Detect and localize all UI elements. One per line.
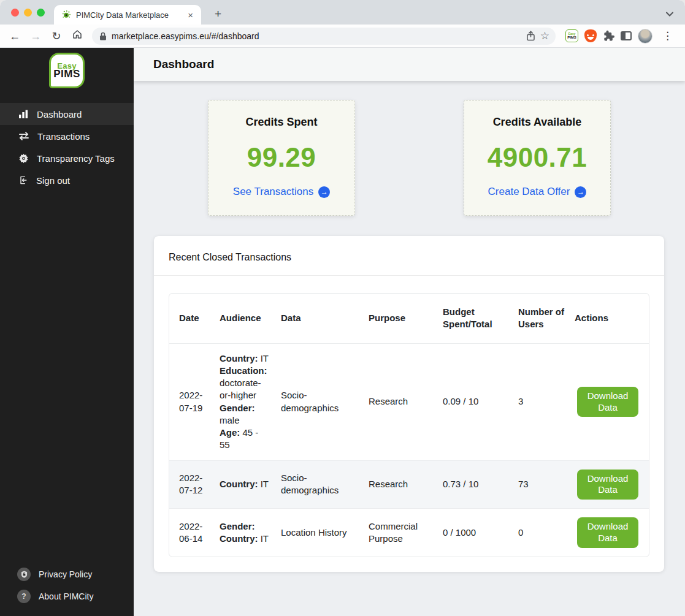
address-bar[interactable]: marketplace.easypims.eu/#/dashboard ☆ [92,28,556,45]
arrow-circle-icon: → [318,186,330,198]
cell-users: 3 [513,343,570,460]
stats-row: Credits Spent 99.29 See Transactions → C… [134,100,685,216]
gear-icon [18,153,29,164]
browser-menu-kebab-icon[interactable]: ⋮ [659,29,676,42]
side-panel-icon[interactable] [621,31,632,40]
extensions-puzzle-icon[interactable] [603,30,614,42]
cell-audience: Country: IT [215,460,276,509]
sidebar-item-privacy-policy[interactable]: Privacy Policy [0,563,134,585]
cell-date: 2022-07-19 [169,343,215,460]
sidebar-item-label: Dashboard [37,109,82,120]
sidebar-item-about-pimcity[interactable]: ? About PIMCity [0,585,134,607]
recent-transactions-panel: Recent Closed Transactions Date Audience… [154,236,664,572]
sidebar-item-label: Transparency Tags [37,153,115,164]
download-data-button[interactable]: Download Data [577,387,638,417]
tab-title: PIMCity Data Marketplace [76,10,181,20]
cell-data: Socio-demographics [276,460,364,509]
column-header-audience: Audience [215,294,276,343]
tab-search-chevron-icon[interactable] [665,9,674,20]
cell-users: 0 [513,509,570,557]
download-data-button[interactable]: Download Data [577,470,638,500]
credits-spent-value: 99.29 [247,142,316,173]
column-header-date: Date [169,294,215,343]
see-transactions-link[interactable]: See Transactions → [233,186,330,198]
transaction-row: 2022-07-19 Country: ITEducation: doctora… [169,343,649,460]
transaction-row: 2022-06-14 Gender: Country: IT Location … [169,509,649,557]
page-header: Dashboard [134,48,685,81]
fullscreen-window-button[interactable] [37,9,45,17]
sidebar-item-sign-out[interactable]: Sign out [0,169,134,191]
forward-icon[interactable]: → [27,28,44,45]
cell-purpose: Commercial Purpose [364,509,438,557]
cell-users: 73 [513,460,570,509]
download-data-button[interactable]: Download Data [577,517,638,548]
profile-avatar[interactable] [638,29,652,44]
easypims-logo: Easy PIMS [49,53,85,88]
cell-audience: Country: ITEducation: doctorate-or-highe… [215,343,276,460]
sidebar-item-label: Sign out [36,175,70,186]
sign-out-icon [18,175,28,185]
browser-tab-active[interactable]: PIMCity Data Marketplace × [54,5,201,25]
column-header-actions: Actions [570,294,649,343]
close-window-button[interactable] [11,9,19,17]
create-data-offer-link[interactable]: Create Data Offer → [488,186,587,198]
logo-pims-text: PIMS [53,69,80,79]
shield-lock-icon [17,568,31,581]
transaction-row: 2022-07-12 Country: IT Socio-demographic… [169,460,649,509]
bookmark-star-icon[interactable]: ☆ [540,29,549,42]
exchange-arrows-icon [18,132,29,140]
cell-data: Socio-demographics [276,343,364,460]
link-label: Create Data Offer [488,186,570,198]
sidebar-item-transactions[interactable]: Transactions [0,125,134,147]
cell-data: Location History [276,509,364,557]
cell-budget: 0.73 / 10 [438,460,513,509]
cell-purpose: Research [364,343,438,460]
extensions-area: EasyPIMS ⋮ [559,29,679,44]
question-icon: ? [17,590,31,603]
column-header-budget: Budget Spent/Total [438,294,513,343]
sidebar-item-transparency-tags[interactable]: Transparency Tags [0,147,134,169]
link-label: See Transactions [233,186,313,198]
card-title: Credits Spent [245,116,317,129]
arrow-circle-icon: → [575,186,586,198]
window-controls [11,9,45,17]
lock-icon [99,32,107,40]
sidebar-item-label: About PIMCity [39,591,93,601]
sidebar-item-label: Transactions [37,131,90,142]
cell-budget: 0 / 1000 [438,509,513,557]
minimize-window-button[interactable] [24,9,32,17]
cell-actions: Download Data [570,509,649,557]
column-header-users: Number of Users [513,294,570,343]
sidebar: Easy PIMS Dashboard Transactions Transpa… [0,48,134,616]
easypims-extension-icon[interactable]: EasyPIMS [565,29,578,42]
sidebar-item-dashboard[interactable]: Dashboard [0,103,134,125]
cell-actions: Download Data [570,460,649,509]
cell-date: 2022-07-12 [169,460,215,509]
tab-close-icon[interactable]: × [186,10,195,20]
column-header-data: Data [276,294,364,343]
page-title: Dashboard [153,58,214,71]
sidebar-footer: Privacy Policy ? About PIMCity [0,563,134,616]
cell-actions: Download Data [570,343,649,460]
card-title: Credits Available [493,116,582,129]
cell-date: 2022-06-14 [169,509,215,557]
sidebar-item-label: Privacy Policy [39,569,92,579]
orange-smiley-extension-icon[interactable] [584,29,597,42]
tab-strip: PIMCity Data Marketplace × + [0,0,685,25]
share-icon[interactable] [526,31,535,41]
back-icon[interactable]: ← [6,28,23,45]
home-icon[interactable] [69,28,86,45]
credits-available-value: 4900.71 [488,142,587,173]
browser-window: PIMCity Data Marketplace × + ← → ↻ marke… [0,0,685,616]
transactions-table: Date Audience Data Purpose Budget Spent/… [169,293,649,557]
cell-budget: 0.09 / 10 [438,343,513,460]
credits-available-card: Credits Available 4900.71 Create Data Of… [464,100,611,216]
cell-purpose: Research [364,460,438,509]
panel-title: Recent Closed Transactions [154,236,664,276]
url-text[interactable]: marketplace.easypims.eu/#/dashboard [112,31,521,41]
credits-spent-card: Credits Spent 99.29 See Transactions → [208,100,355,216]
table-header-row: Date Audience Data Purpose Budget Spent/… [169,294,649,343]
bar-chart-icon [18,110,29,119]
reload-icon[interactable]: ↻ [48,28,65,45]
new-tab-button[interactable]: + [212,7,224,21]
